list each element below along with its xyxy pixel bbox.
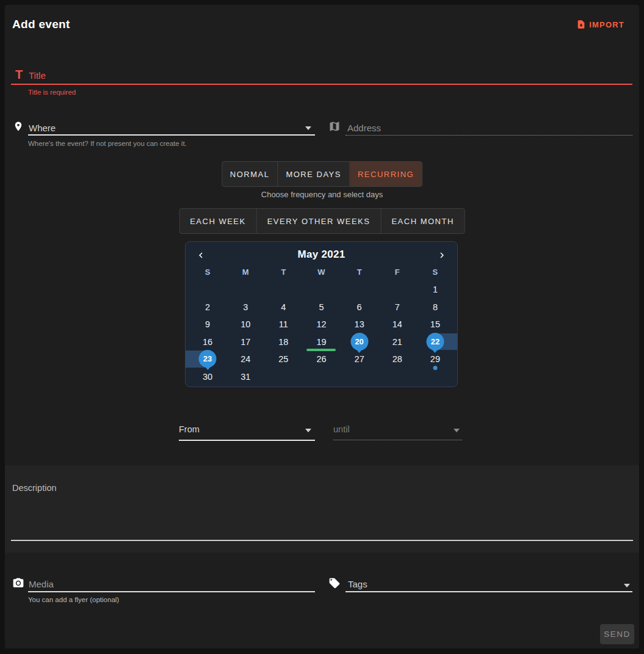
calendar-grid: SMTWTFS123456789101112131415161718192021… bbox=[189, 265, 454, 385]
calendar-day-11[interactable]: 11 bbox=[264, 316, 302, 333]
calendar-day-3[interactable]: 3 bbox=[226, 299, 264, 316]
address-input[interactable]: Address bbox=[347, 123, 381, 133]
mode-hint-text: Choose frequency and select days bbox=[5, 190, 639, 199]
calendar-day-5[interactable]: 5 bbox=[302, 299, 340, 316]
description-textarea[interactable]: Description bbox=[12, 483, 57, 493]
day-number: 16 bbox=[203, 337, 212, 347]
calendar-day-9[interactable]: 9 bbox=[189, 316, 226, 333]
weekday-label: M bbox=[226, 265, 264, 278]
day-number: 14 bbox=[393, 319, 402, 329]
day-number: 29 bbox=[430, 354, 440, 364]
import-button[interactable]: IMPORT bbox=[576, 20, 624, 29]
chevron-down-icon bbox=[454, 429, 460, 432]
calendar-day-15[interactable]: 15 bbox=[416, 316, 454, 333]
from-time-select[interactable]: From bbox=[179, 423, 315, 441]
weekday-label: S bbox=[189, 265, 226, 278]
day-number: 28 bbox=[393, 354, 402, 364]
calendar-day-29[interactable]: 29 bbox=[416, 351, 454, 368]
day-number: 15 bbox=[430, 319, 440, 329]
calendar-day-30[interactable]: 30 bbox=[189, 368, 226, 386]
calendar-day-19[interactable]: 19 bbox=[302, 333, 340, 351]
frequency-button-group: EACH WEEK EVERY OTHER WEEKS EACH MONTH bbox=[179, 208, 465, 234]
tab-normal[interactable]: NORMAL bbox=[222, 162, 278, 186]
calendar-day-31[interactable]: 31 bbox=[226, 368, 264, 386]
calendar-day-12[interactable]: 12 bbox=[302, 316, 340, 333]
calendar-day-18[interactable]: 18 bbox=[264, 333, 302, 351]
day-number: 6 bbox=[357, 302, 362, 312]
calendar-day-empty bbox=[264, 368, 302, 386]
chevron-down-icon bbox=[305, 429, 311, 432]
frequency-each-week[interactable]: EACH WEEK bbox=[179, 209, 257, 233]
tag-icon bbox=[328, 577, 341, 592]
selected-day-marker: 23 bbox=[199, 350, 217, 368]
day-number: 5 bbox=[319, 302, 324, 312]
day-number: 26 bbox=[316, 354, 326, 364]
day-number: 4 bbox=[281, 302, 286, 312]
day-number: 31 bbox=[241, 372, 250, 382]
calendar-day-1[interactable]: 1 bbox=[416, 281, 454, 299]
calendar-day-empty bbox=[416, 368, 454, 386]
until-underline bbox=[333, 440, 462, 440]
weekday-label: T bbox=[341, 265, 378, 278]
calendar-day-empty bbox=[341, 368, 378, 386]
calendar-day-empty bbox=[302, 368, 340, 386]
day-number: 17 bbox=[241, 337, 250, 347]
weekday-label: W bbox=[302, 265, 340, 278]
tab-recurring[interactable]: RECURRING bbox=[350, 162, 422, 186]
calendar-day-21[interactable]: 21 bbox=[378, 333, 416, 351]
calendar-day-23[interactable]: 23 bbox=[189, 351, 226, 368]
calendar-day-20[interactable]: 20 bbox=[341, 333, 378, 351]
chevron-down-icon[interactable] bbox=[624, 584, 630, 587]
media-underline bbox=[28, 591, 315, 592]
where-underline bbox=[28, 134, 315, 136]
calendar-day-10[interactable]: 10 bbox=[226, 316, 264, 333]
title-underline bbox=[11, 84, 632, 85]
day-number: 1 bbox=[433, 285, 438, 294]
tab-more-days[interactable]: MORE DAYS bbox=[278, 162, 350, 186]
weekday-label: F bbox=[378, 265, 416, 278]
calendar-day-14[interactable]: 14 bbox=[378, 316, 416, 333]
calendar-day-7[interactable]: 7 bbox=[378, 299, 416, 316]
where-select[interactable]: Where bbox=[29, 123, 56, 133]
calendar-day-8[interactable]: 8 bbox=[416, 299, 454, 316]
weekday-label: S bbox=[416, 265, 454, 278]
weekday-label: T bbox=[264, 265, 302, 278]
media-input[interactable]: Media bbox=[29, 579, 54, 589]
title-input[interactable]: Title bbox=[29, 70, 46, 81]
send-button[interactable]: SEND bbox=[600, 624, 634, 644]
calendar-day-26[interactable]: 26 bbox=[302, 351, 340, 368]
calendar-day-13[interactable]: 13 bbox=[341, 316, 378, 333]
tags-select[interactable]: Tags bbox=[348, 579, 367, 589]
from-underline bbox=[179, 440, 315, 441]
add-event-dialog: Add event IMPORT T Title Title is requir… bbox=[5, 5, 639, 649]
calendar-day-16[interactable]: 16 bbox=[189, 333, 226, 351]
calendar-day-28[interactable]: 28 bbox=[378, 351, 416, 368]
until-label: until bbox=[333, 424, 350, 434]
frequency-every-other-weeks[interactable]: EVERY OTHER WEEKS bbox=[257, 209, 382, 233]
address-underline bbox=[346, 135, 632, 136]
calendar-day-24[interactable]: 24 bbox=[226, 351, 264, 368]
calendar-day-17[interactable]: 17 bbox=[226, 333, 264, 351]
camera-icon bbox=[12, 577, 24, 592]
calendar-day-empty bbox=[378, 281, 416, 299]
calendar-next-month-button[interactable] bbox=[435, 248, 449, 263]
calendar-day-4[interactable]: 4 bbox=[264, 299, 302, 316]
frequency-each-month[interactable]: EACH MONTH bbox=[381, 209, 464, 233]
calendar-day-25[interactable]: 25 bbox=[264, 351, 302, 368]
media-helper-text: You can add a flyer (optional) bbox=[28, 596, 119, 603]
day-number: 27 bbox=[355, 354, 364, 364]
location-pin-icon bbox=[13, 120, 24, 135]
map-icon bbox=[328, 120, 341, 135]
chevron-down-icon[interactable] bbox=[305, 126, 311, 130]
calendar-day-27[interactable]: 27 bbox=[341, 351, 378, 368]
day-number: 19 bbox=[316, 337, 326, 347]
calendar-day-22[interactable]: 22 bbox=[416, 333, 454, 351]
until-time-select[interactable]: until bbox=[328, 423, 462, 441]
calendar-day-2[interactable]: 2 bbox=[189, 299, 226, 316]
title-error-message: Title is required bbox=[28, 89, 76, 96]
calendar-day-6[interactable]: 6 bbox=[341, 299, 378, 316]
day-number: 12 bbox=[316, 319, 326, 329]
calendar-day-empty bbox=[302, 281, 340, 299]
day-number: 18 bbox=[278, 337, 288, 347]
day-number: 24 bbox=[241, 354, 250, 364]
